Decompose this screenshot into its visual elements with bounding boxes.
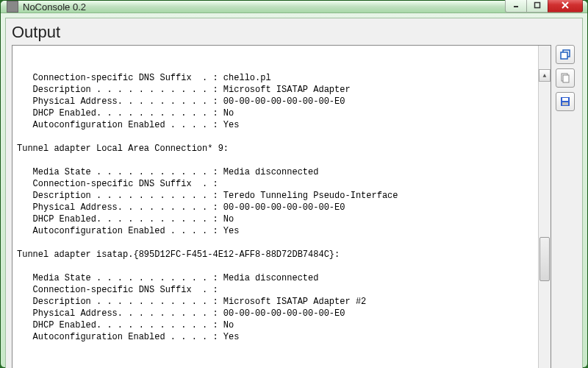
maximize-button[interactable]: [526, 0, 548, 13]
restore-window-button[interactable]: [556, 45, 575, 64]
window-title: NoConsole 0.2: [23, 1, 506, 13]
svg-rect-7: [562, 98, 568, 101]
restore-icon: [559, 49, 571, 60]
scroll-up-arrow-icon[interactable]: ▲: [539, 69, 551, 82]
copy-icon: [559, 72, 571, 84]
svg-rect-3: [561, 52, 567, 59]
close-button[interactable]: [548, 0, 583, 13]
page-title: Output: [12, 23, 576, 42]
app-window: NoConsole 0.2 Output Connection-specific…: [0, 0, 588, 368]
svg-rect-1: [535, 2, 540, 7]
client-area: Output Connection-specific DNS Suffix . …: [5, 18, 583, 368]
save-output-button[interactable]: [556, 92, 575, 111]
scroll-thumb[interactable]: [539, 237, 550, 281]
side-toolbar: [556, 45, 576, 368]
minimize-button[interactable]: [505, 0, 527, 13]
floppy-icon: [559, 96, 571, 107]
window-controls: [506, 0, 587, 13]
svg-rect-8: [562, 102, 568, 105]
app-icon: [7, 1, 18, 13]
console-output[interactable]: Connection-specific DNS Suffix . : chell…: [12, 45, 551, 368]
main-row: Connection-specific DNS Suffix . : chell…: [12, 45, 576, 368]
console-text: Connection-specific DNS Suffix . : chell…: [17, 72, 546, 343]
copy-button[interactable]: [556, 68, 575, 88]
scrollbar[interactable]: ▲ ▼: [538, 46, 551, 368]
svg-rect-5: [563, 75, 569, 82]
titlebar[interactable]: NoConsole 0.2: [1, 1, 587, 13]
